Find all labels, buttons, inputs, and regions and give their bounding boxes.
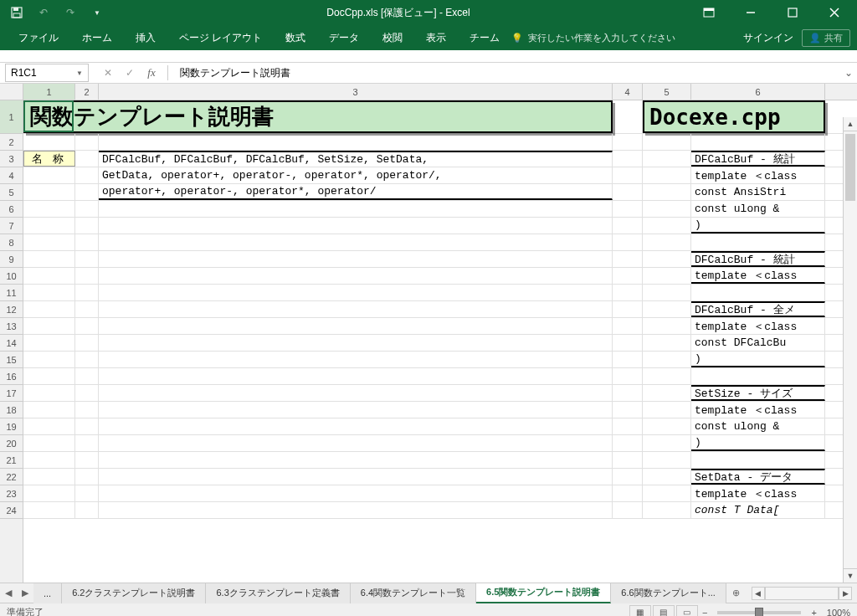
row-header[interactable]: 8 (0, 234, 23, 251)
row-header[interactable]: 20 (0, 435, 23, 452)
cell[interactable] (99, 452, 613, 468)
cell[interactable] (643, 268, 691, 284)
title-cell-right[interactable]: Docexe.cpp (643, 100, 825, 133)
cell[interactable] (643, 452, 691, 468)
cell[interactable] (613, 452, 643, 468)
col-header[interactable]: 4 (613, 84, 643, 100)
cell[interactable] (75, 251, 99, 267)
cell[interactable] (643, 151, 691, 167)
close-icon[interactable] (815, 0, 854, 25)
cell[interactable] (99, 352, 613, 367)
cell[interactable] (643, 352, 691, 367)
cell[interactable] (613, 418, 643, 434)
cell[interactable] (99, 301, 613, 317)
expand-formula-icon[interactable]: ⌄ (840, 67, 857, 79)
page-layout-view-icon[interactable]: ▤ (653, 605, 675, 617)
row-header[interactable]: 23 (0, 485, 23, 502)
cell[interactable] (613, 201, 643, 217)
cell[interactable] (643, 469, 691, 485)
undo-icon[interactable]: ↶ (33, 3, 54, 23)
cell[interactable] (75, 184, 99, 200)
horizontal-scrollbar[interactable]: ◀ ▶ (747, 587, 857, 600)
row-header[interactable]: 14 (0, 335, 23, 352)
sheet-tab[interactable]: 6.2クラステンプレート説明書 (62, 583, 206, 603)
cell[interactable] (691, 452, 825, 468)
col-header[interactable]: 3 (99, 84, 613, 100)
cell[interactable] (75, 452, 99, 468)
cell[interactable] (99, 318, 613, 334)
cell[interactable]: ) (691, 435, 825, 451)
row-header[interactable]: 10 (0, 268, 23, 285)
cell[interactable] (23, 234, 75, 250)
cell[interactable] (643, 234, 691, 250)
cell[interactable] (643, 285, 691, 300)
redo-icon[interactable]: ↷ (60, 3, 80, 23)
col-header[interactable]: 6 (691, 84, 825, 100)
cell[interactable] (691, 134, 825, 150)
zoom-in-icon[interactable]: + (808, 608, 819, 617)
col-header[interactable]: 1 (23, 84, 75, 100)
cell[interactable] (613, 335, 643, 351)
cell[interactable] (99, 485, 613, 501)
sheet-tab[interactable]: ... (33, 583, 62, 603)
row-header[interactable]: 7 (0, 218, 23, 234)
cell[interactable] (613, 469, 643, 485)
cell[interactable] (23, 167, 75, 183)
cell[interactable]: ) (691, 218, 825, 234)
row-header[interactable]: 11 (0, 285, 23, 301)
cell[interactable] (643, 134, 691, 150)
tab-nav-next-icon[interactable]: ▶ (17, 588, 33, 598)
col-header[interactable]: 5 (643, 84, 691, 100)
cell[interactable] (99, 402, 613, 418)
scroll-down-icon[interactable]: ▼ (844, 568, 857, 583)
cell[interactable]: const ulong & (691, 201, 825, 217)
qat-dropdown-icon[interactable]: ▼ (87, 3, 107, 23)
row-header[interactable]: 24 (0, 502, 23, 519)
cell[interactable] (75, 485, 99, 501)
cell[interactable] (23, 485, 75, 501)
cell[interactable]: operator+, operator-, operator*, operato… (99, 184, 613, 200)
row-header[interactable]: 17 (0, 385, 23, 402)
cell[interactable] (643, 301, 691, 317)
cell[interactable] (613, 485, 643, 501)
cell[interactable] (99, 385, 613, 401)
cell[interactable] (99, 234, 613, 250)
tab-home[interactable]: ホーム (70, 25, 124, 50)
tab-insert[interactable]: 挿入 (124, 25, 167, 50)
cell[interactable] (75, 201, 99, 217)
cell[interactable] (23, 218, 75, 234)
cell[interactable] (613, 251, 643, 267)
cell[interactable] (643, 485, 691, 501)
col-header[interactable]: 2 (75, 84, 99, 100)
enter-formula-icon[interactable]: ✓ (119, 63, 141, 83)
cell[interactable] (643, 318, 691, 334)
row-header[interactable]: 15 (0, 352, 23, 368)
cell[interactable] (75, 368, 99, 384)
fx-icon[interactable]: fx (141, 63, 162, 83)
cell[interactable] (75, 502, 99, 518)
cell[interactable] (23, 285, 75, 300)
cell[interactable] (643, 418, 691, 434)
cell[interactable] (75, 335, 99, 351)
cell[interactable] (23, 134, 75, 150)
cell[interactable] (23, 368, 75, 384)
row-header[interactable]: 9 (0, 251, 23, 268)
maximize-icon[interactable] (773, 0, 812, 25)
cell[interactable]: DFCalcBuf, DFCalcBuf, DFCalcBuf, SetSize… (99, 151, 613, 167)
cell[interactable] (613, 502, 643, 518)
tab-nav-prev-icon[interactable]: ◀ (0, 588, 17, 598)
cell[interactable] (75, 318, 99, 334)
cell[interactable] (613, 385, 643, 401)
cell[interactable] (75, 385, 99, 401)
cell[interactable] (23, 268, 75, 284)
cell[interactable] (75, 268, 99, 284)
cell[interactable]: SetData - データ (691, 469, 825, 485)
tab-view[interactable]: 表示 (414, 25, 458, 50)
row-header[interactable]: 21 (0, 452, 23, 469)
cancel-formula-icon[interactable]: ✕ (97, 63, 119, 83)
cell[interactable] (613, 234, 643, 250)
cell[interactable] (23, 352, 75, 367)
cell[interactable] (75, 234, 99, 250)
cell[interactable] (75, 134, 99, 150)
cell[interactable] (613, 301, 643, 317)
